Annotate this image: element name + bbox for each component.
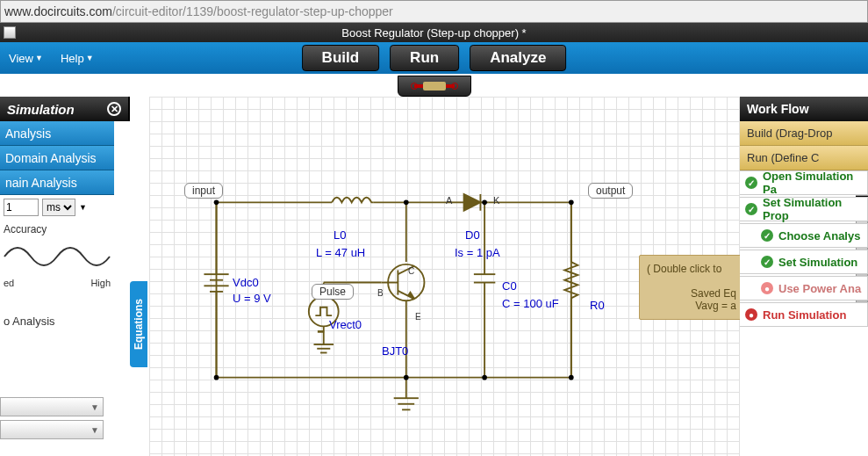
menu-view[interactable]: View▼ [4,48,48,69]
pin-label: E [415,312,421,322]
workflow-step[interactable]: ✓Set Simulation [740,250,868,274]
close-icon[interactable]: ✕ [107,102,121,116]
check-icon: ✓ [761,256,773,268]
o-analysis-label: o Analysis [4,315,111,328]
dot-icon: ● [761,282,773,294]
caret-down-icon: ▼ [86,54,94,62]
workflow-phase-run[interactable]: Run (Define C [740,146,868,170]
svg-point-7 [569,200,574,206]
component-label[interactable]: BJT0 [382,344,408,358]
component-label[interactable]: L0 [334,228,346,242]
url-path: /circuit-editor/1139/boost-regulator-ste… [112,4,393,18]
component-value[interactable]: U = 9 V [233,292,271,305]
analysis-item[interactable]: Analysis [0,121,114,146]
svg-point-10 [482,375,487,380]
dropdown-icon[interactable]: ▼ [79,203,87,212]
simulation-panel-header: Simulation ✕ [0,97,130,121]
svg-point-4 [214,200,219,206]
net-label-pulse[interactable]: Pulse [312,284,354,300]
workflow-header: Work Flow [740,97,868,121]
dropdown[interactable]: ▼ [0,397,104,416]
menubar: View▼ Help▼ Build Run Analyze [0,42,868,74]
component-label[interactable]: Vdc0 [233,276,259,289]
component-label[interactable]: R0 [590,299,605,312]
circuit-canvas[interactable]: + − input output Pulse Vdc0 [149,97,740,456]
check-icon: ✓ [745,177,757,189]
workflow-step[interactable]: ✓Set Simulation Prop [740,197,868,221]
svg-text:−: − [318,326,324,337]
analyze-button[interactable]: Analyze [470,45,566,71]
svg-point-9 [404,375,409,380]
unit-select[interactable]: ms [42,199,75,216]
svg-point-11 [569,375,574,380]
equations-tab[interactable]: Equations [130,281,147,367]
bottom-dropdowns: ▼ ▼ [0,397,104,443]
workflow-step-label: Set Simulation Prop [763,196,862,222]
duration-input[interactable] [4,199,39,216]
workflow-step-label: Choose Analys [778,229,860,242]
menu-help[interactable]: Help▼ [55,48,99,69]
pin-label: C [408,266,414,276]
dot-icon: ● [745,308,757,321]
circuit: + − input output Pulse Vdc0 [149,97,740,456]
pin-label: A [446,195,452,206]
url-bar[interactable]: www.docircuits.com/circuit-editor/1139/b… [0,0,868,23]
component-value[interactable]: C = 100 uF [502,297,559,310]
analysis-item[interactable]: nain Analysis [0,170,114,195]
component-label[interactable]: Vrect0 [329,318,362,331]
workflow-step[interactable]: ✓Open Simulation Pa [740,170,868,195]
workflow-phase-build[interactable]: Build (Drag-Drop [740,121,868,146]
check-icon: ✓ [745,203,757,215]
component-value[interactable]: L = 47 uH [316,246,365,259]
net-label-output[interactable]: output [588,183,633,199]
net-label-input[interactable]: input [184,183,223,199]
simulation-params: ms ▼ Accuracy ed High o Analysis [0,195,114,331]
workflow-step[interactable]: ●Use Power Ana [740,276,868,300]
accuracy-label: Accuracy [4,223,111,235]
pin-label: B [377,288,384,298]
resistor-icon[interactable] [414,82,455,90]
titlebar: Boost Regulator (Step-up chopper) * [0,23,868,42]
analysis-item[interactable]: Domain Analysis [0,146,114,170]
component-label[interactable]: C0 [502,279,517,293]
component-toolbar[interactable] [398,76,471,97]
pin-label: K [493,195,499,206]
document-icon [4,26,16,39]
svg-point-6 [482,200,487,206]
run-button[interactable]: Run [390,45,459,71]
workflow-step[interactable]: ●Run Simulation [740,302,868,327]
workflow-step-label: Open Simulation Pa [763,170,862,196]
document-title: Boost Regulator (Step-up chopper) * [341,26,526,40]
svg-point-8 [214,375,219,380]
svg-point-5 [404,200,409,206]
workflow-step[interactable]: ✓Choose Analys [740,223,868,248]
sticky-note[interactable]: ( Double click to Saved Eq Vavg = a [639,255,740,320]
accuracy-low: ed [4,278,14,288]
workflow-step-label: Use Power Ana [778,282,861,295]
caret-down-icon: ▼ [35,54,43,62]
analysis-list: Analysis Domain Analysis nain Analysis [0,121,114,195]
accuracy-wave-icon [4,239,111,274]
url-host: www.docircuits.com [4,4,112,18]
build-button[interactable]: Build [302,45,380,71]
component-value[interactable]: Is = 1 pA [455,246,500,259]
component-label[interactable]: D0 [465,228,480,242]
dropdown[interactable]: ▼ [0,420,104,439]
accuracy-high: High [90,278,111,288]
workflow-panel: Work Flow Build (Drag-Drop Run (Define C… [740,97,868,329]
workflow-step-label: Run Simulation [763,308,846,322]
workflow-step-label: Set Simulation [778,256,857,269]
check-icon: ✓ [761,229,773,242]
